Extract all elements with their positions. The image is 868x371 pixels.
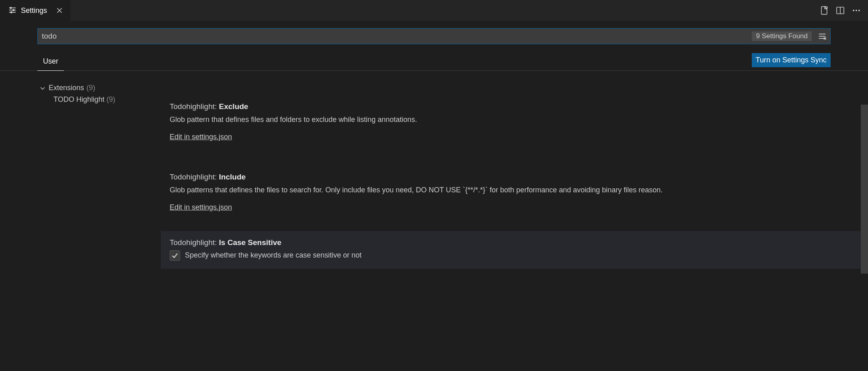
scope-tabs: User	[37, 48, 64, 70]
setting-is-case-sensitive: Todohighlight: Is Case Sensitive Specify…	[161, 231, 865, 269]
toc-label: Extensions	[49, 84, 84, 92]
svg-point-3	[10, 7, 11, 8]
tab-title: Settings	[21, 6, 47, 15]
settings-editor-icon	[8, 6, 17, 16]
edit-in-settings-json-link[interactable]: Edit in settings.json	[170, 203, 232, 212]
setting-title: Todohighlight: Include	[170, 173, 856, 181]
setting-description: Glob patterns that defines the files to …	[170, 185, 856, 196]
split-editor-icon[interactable]	[836, 6, 845, 15]
tabs-container: Settings	[0, 0, 70, 21]
search-results-count: 9 Settings Found	[752, 31, 812, 41]
settings-content: Extensions (9) TODO Highlight (9) Todohi…	[0, 71, 868, 371]
toc-extensions[interactable]: Extensions (9)	[37, 82, 158, 94]
more-actions-icon[interactable]	[852, 6, 861, 15]
svg-point-4	[13, 9, 14, 10]
scrollbar-track	[861, 105, 868, 371]
settings-toc: Extensions (9) TODO Highlight (9)	[37, 71, 158, 371]
editor-actions	[820, 0, 868, 21]
chevron-down-icon	[39, 85, 46, 92]
toc-count: (9)	[86, 84, 95, 92]
checkbox-label: Specify whether the keywords are case se…	[185, 251, 361, 260]
svg-point-5	[11, 11, 12, 12]
tab-settings[interactable]: Settings	[0, 0, 70, 21]
settings-list[interactable]: Todohighlight: Exclude Glob pattern that…	[158, 71, 868, 371]
setting-title: Todohighlight: Is Case Sensitive	[170, 238, 856, 247]
toc-todo-highlight[interactable]: TODO Highlight (9)	[37, 94, 158, 105]
scope-tab-user[interactable]: User	[37, 52, 64, 70]
checkbox-row: Specify whether the keywords are case se…	[170, 250, 856, 261]
clear-search-button[interactable]	[815, 29, 829, 43]
settings-search-input[interactable]	[42, 30, 752, 42]
tab-bar: Settings	[0, 0, 868, 21]
svg-point-11	[856, 10, 857, 11]
search-row: 9 Settings Found	[0, 28, 868, 44]
setting-title: Todohighlight: Exclude	[170, 102, 856, 111]
toc-sublabel: TODO Highlight	[53, 95, 105, 103]
setting-description: Glob pattern that defines files and fold…	[170, 114, 856, 126]
svg-point-12	[858, 10, 860, 11]
search-container: 9 Settings Found	[37, 28, 831, 44]
edit-in-settings-json-link[interactable]: Edit in settings.json	[170, 133, 232, 141]
setting-include: Todohighlight: Include Glob patterns tha…	[161, 165, 865, 220]
settings-header: User Turn on Settings Sync	[0, 48, 868, 71]
tab-close-button[interactable]	[54, 5, 65, 16]
settings-editor: 9 Settings Found User Turn on Settings S…	[0, 21, 868, 371]
scrollbar-thumb[interactable]	[861, 105, 868, 274]
toc-subcount: (9)	[107, 95, 115, 103]
svg-point-10	[853, 10, 854, 11]
settings-sync-button[interactable]: Turn on Settings Sync	[752, 53, 831, 67]
checkbox-is-case-sensitive[interactable]	[170, 250, 180, 261]
setting-exclude: Todohighlight: Exclude Glob pattern that…	[161, 95, 865, 149]
open-settings-json-icon[interactable]	[820, 6, 829, 15]
